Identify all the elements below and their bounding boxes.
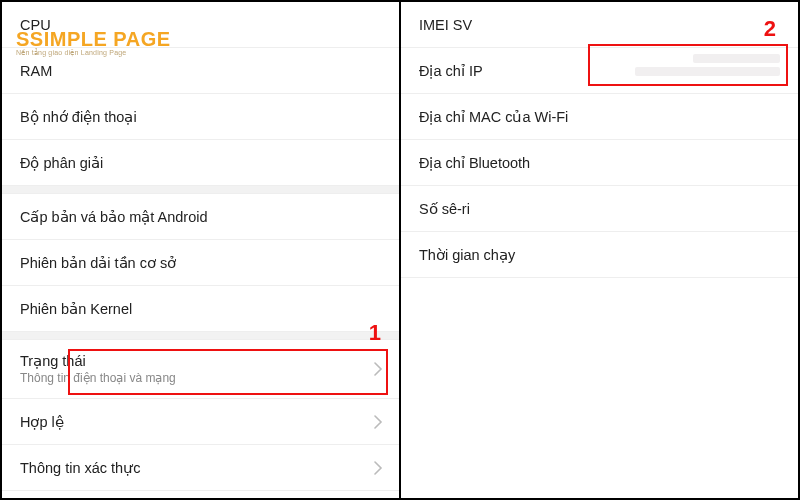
left-panel: CPU RAM Bộ nhớ điện thoại Độ phân giải C… <box>0 0 401 500</box>
chevron-right-icon <box>374 461 383 475</box>
label-bluetooth: Địa chỉ Bluetooth <box>419 155 530 171</box>
label-wifi-mac: Địa chỉ MAC của Wi-Fi <box>419 109 568 125</box>
chevron-right-icon <box>374 415 383 429</box>
row-cpu[interactable]: CPU <box>2 2 399 48</box>
section-separator-2 <box>2 332 399 340</box>
row-auth-info[interactable]: Thông tin xác thực <box>2 445 399 491</box>
label-security-patch: Cấp bản vá bảo mật Android <box>20 209 208 225</box>
section-separator <box>2 186 399 194</box>
row-uptime[interactable]: Thời gian chạy <box>401 232 798 278</box>
dual-screenshot-container: CPU RAM Bộ nhớ điện thoại Độ phân giải C… <box>0 0 800 500</box>
row-phone-storage[interactable]: Bộ nhớ điện thoại <box>2 94 399 140</box>
sub-status: Thông tin điện thoại và mạng <box>20 371 176 385</box>
row-security-patch[interactable]: Cấp bản vá bảo mật Android <box>2 194 399 240</box>
right-panel: IMEI SV Địa chỉ IP Địa chỉ MAC của Wi-Fi… <box>401 0 800 500</box>
row-serial[interactable]: Số sê-ri <box>401 186 798 232</box>
row-resolution[interactable]: Độ phân giải <box>2 140 399 186</box>
row-baseband[interactable]: Phiên bản dải tần cơ sở <box>2 240 399 286</box>
label-uptime: Thời gian chạy <box>419 247 515 263</box>
row-valid[interactable]: Hợp lệ <box>2 399 399 445</box>
label-auth-info: Thông tin xác thực <box>20 460 140 476</box>
label-baseband: Phiên bản dải tần cơ sở <box>20 255 176 271</box>
row-ip-address[interactable]: Địa chỉ IP <box>401 48 798 94</box>
label-status: Trạng thái <box>20 353 86 369</box>
row-kernel[interactable]: Phiên bản Kernel <box>2 286 399 332</box>
label-resolution: Độ phân giải <box>20 155 103 171</box>
row-bluetooth[interactable]: Địa chỉ Bluetooth <box>401 140 798 186</box>
label-imei-sv: IMEI SV <box>419 17 472 33</box>
row-status[interactable]: Trạng thái Thông tin điện thoại và mạng <box>2 340 399 399</box>
callout-2: 2 <box>764 16 776 42</box>
label-ram: RAM <box>20 63 52 79</box>
label-valid: Hợp lệ <box>20 414 64 430</box>
label-phone-storage: Bộ nhớ điện thoại <box>20 109 137 125</box>
chevron-right-icon <box>374 362 383 376</box>
row-ram[interactable]: RAM <box>2 48 399 94</box>
label-serial: Số sê-ri <box>419 201 470 217</box>
row-imei-sv[interactable]: IMEI SV <box>401 2 798 48</box>
row-wifi-mac[interactable]: Địa chỉ MAC của Wi-Fi <box>401 94 798 140</box>
label-ip-address: Địa chỉ IP <box>419 63 483 79</box>
redacted-value <box>635 54 780 84</box>
callout-1: 1 <box>369 320 381 346</box>
label-kernel: Phiên bản Kernel <box>20 301 132 317</box>
label-cpu: CPU <box>20 17 51 33</box>
